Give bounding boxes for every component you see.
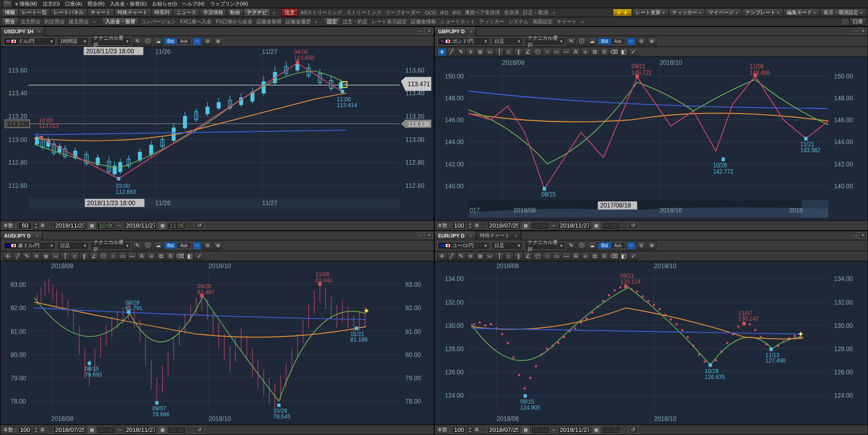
technical-select[interactable]: テクニカル選択▼ [524, 37, 565, 46]
vline-icon[interactable]: ⎮ [495, 252, 504, 260]
tab-eurjpy-d[interactable]: EUR/JPY D × [435, 231, 476, 240]
date-from-input[interactable] [53, 426, 86, 434]
date-to-input[interactable] [558, 222, 591, 229]
vline-icon[interactable]: ⎮ [495, 48, 504, 56]
cloud-icon[interactable]: ☁ [154, 242, 163, 250]
zoom-out-icon[interactable]: ⊖ [637, 242, 646, 250]
btn-account[interactable]: 口座 [850, 17, 866, 26]
pencil-icon[interactable]: ✎ [133, 37, 142, 46]
calendar-icon[interactable]: ▦ [522, 222, 529, 229]
tab-gbpjpy-d[interactable]: GBP/JPY D × [435, 27, 477, 36]
tab-close-icon[interactable]: × [469, 29, 472, 34]
time-to-input[interactable] [602, 222, 620, 229]
channel-icon[interactable]: ≣ [41, 252, 51, 260]
link-ticker-set[interactable]: ティッカー [478, 18, 506, 25]
menu-transfer[interactable]: 入出金・振替(E) [108, 0, 149, 7]
calendar-icon[interactable]: ▦ [593, 222, 600, 229]
date-to-input[interactable] [124, 222, 157, 229]
btn-order[interactable]: 注文 [282, 8, 298, 17]
fibo-icon[interactable]: ∥ [80, 252, 89, 260]
link-closeall[interactable]: 全決済 [502, 9, 521, 16]
panel-close-icon[interactable]: ✕ [426, 28, 433, 34]
link-conversion[interactable]: コンバージョン [139, 18, 178, 25]
btn-rate-list[interactable]: レート一覧 [19, 8, 50, 17]
link-rate-display[interactable]: レート表示設定 [370, 18, 409, 25]
btn-rate-refresh-icon[interactable]: ⚡⚡ [613, 9, 632, 16]
zoom-in-icon[interactable]: ⊕ [647, 37, 657, 46]
date-to-input[interactable] [558, 426, 591, 434]
btn-mypage[interactable]: マイページ [705, 8, 741, 17]
technical-select[interactable]: テクニカル選択▼ [524, 242, 565, 250]
save-icon[interactable]: ✓ [629, 48, 638, 56]
btn-display-env[interactable]: 表示・環境設定 [820, 8, 866, 17]
reset-icon[interactable]: ↺ [628, 222, 638, 229]
zoom-in-icon[interactable]: ⊕ [213, 242, 222, 250]
panel-maximize-icon[interactable]: ▭ [851, 232, 858, 238]
tab-close-icon[interactable]: × [35, 233, 38, 238]
gann-icon[interactable]: ∠ [524, 252, 533, 260]
rect-icon[interactable]: ▭ [552, 48, 561, 56]
panel-maximize-icon[interactable]: ▭ [851, 28, 858, 34]
btn-rate-panel[interactable]: レートパネル [51, 8, 87, 17]
link-ifd[interactable]: IFD [438, 10, 450, 16]
bidask-toggle[interactable]: BidAsk [598, 38, 625, 45]
link-deposit[interactable]: FX口座へ入金 [178, 18, 213, 25]
bidask-toggle[interactable]: Bid Ask [164, 38, 191, 45]
text-icon[interactable]: A [571, 252, 580, 260]
delete-icon[interactable]: ⌫ [175, 252, 185, 260]
bar-count-input[interactable] [452, 426, 466, 434]
calendar-icon[interactable]: ▦ [159, 426, 166, 434]
paste-icon[interactable]: ⎘ [166, 252, 175, 260]
info-icon[interactable]: ⓘ [577, 37, 586, 46]
account-icon[interactable] [841, 18, 849, 26]
close-x-5[interactable]: × [579, 19, 586, 25]
wave-icon[interactable]: 〰 [192, 242, 201, 250]
bar-count-input[interactable] [18, 222, 32, 229]
calendar-icon[interactable]: ▦ [88, 426, 95, 434]
fibo-icon[interactable]: ∥ [514, 48, 523, 56]
chart-audjpy[interactable]: 83.0083.00 82.0082.00 81.0081.00 80.0080… [0, 261, 434, 425]
marker-icon[interactable]: ✎ [22, 252, 31, 260]
bid-button[interactable]: Bid [164, 38, 177, 45]
hline-icon[interactable]: — [128, 252, 137, 260]
tab-special-chart[interactable]: 特殊チャート × [476, 231, 521, 240]
hline-icon[interactable]: — [562, 252, 571, 260]
technical-select[interactable]: テクニカル選択▼ [90, 37, 131, 46]
app-menu-dd[interactable]: ▼ [12, 1, 16, 7]
cloud-icon[interactable]: ☁ [588, 37, 597, 46]
wave-icon[interactable]: 〰 [192, 37, 201, 46]
crosshair-icon[interactable]: ✛ [3, 252, 12, 260]
cloud-icon[interactable]: ☁ [154, 37, 163, 46]
pentagon-icon[interactable]: ⬠ [533, 48, 542, 56]
circle-icon[interactable]: ○ [543, 48, 552, 56]
panel-close-icon[interactable]: ✕ [859, 28, 867, 34]
timeframe-select[interactable]: 1時間足▼ [57, 37, 89, 46]
vline-icon[interactable]: ⎮ [61, 252, 70, 260]
bar-count-input[interactable] [452, 222, 466, 229]
menu-notice[interactable]: お知らせ(I) [150, 0, 179, 7]
link-order-exec[interactable]: 注文・約定 [341, 18, 370, 25]
reset-icon[interactable]: ↺ [628, 426, 638, 434]
link-order-inquiry[interactable]: 注文照会 [19, 18, 42, 25]
btn-ticker[interactable]: ティッカー [669, 8, 705, 17]
tab-close-icon[interactable]: × [514, 233, 517, 238]
calendar-icon[interactable]: ▦ [522, 426, 529, 434]
delete-icon[interactable]: ⌫ [610, 252, 619, 260]
save-icon[interactable]: ✓ [195, 252, 204, 260]
link-margin-history[interactable]: 証拠金履歴 [284, 18, 313, 25]
btn-chart[interactable]: チャート [87, 8, 114, 17]
icon-tool-icon[interactable]: ⍟ [581, 48, 590, 56]
save-icon[interactable]: ✓ [629, 252, 638, 260]
date-from-input[interactable] [53, 222, 86, 229]
menu-inquiry[interactable]: 照会(R) [85, 0, 107, 7]
info-icon[interactable]: ⓘ [143, 242, 152, 250]
tab-audjpy-d[interactable]: AUD/JPY D × [0, 231, 42, 240]
text-icon[interactable]: A [137, 252, 146, 260]
link-chart-set[interactable]: チャート [555, 18, 579, 25]
toolbar-transfer-group[interactable]: 入出金・振替 [102, 17, 139, 26]
hlines-icon[interactable]: ≡ [466, 48, 475, 56]
link-withdraw[interactable]: FX口座から出金 [214, 18, 254, 25]
chart-usdjpy[interactable]: 113.60113.60 113.40113.40 113.20113.20 1… [0, 47, 434, 220]
link-streaming[interactable]: ストリーミング [344, 9, 383, 16]
close-x-4[interactable]: × [313, 19, 319, 25]
